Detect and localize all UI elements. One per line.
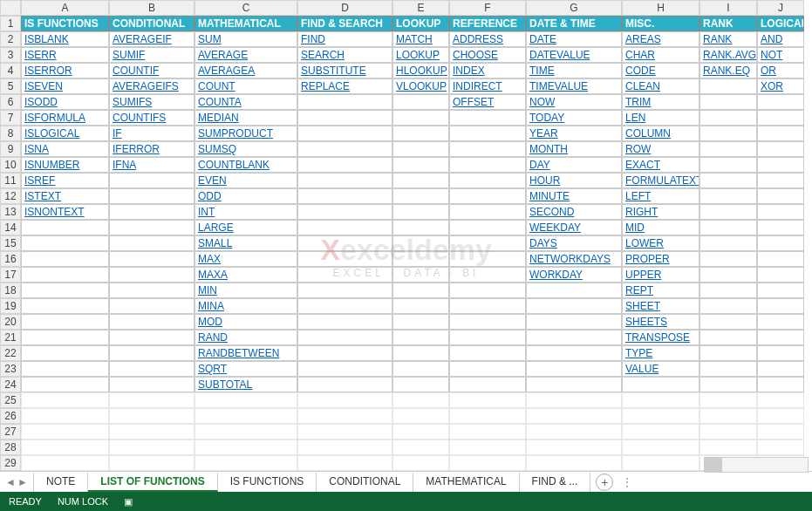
function-link[interactable]: CHOOSE xyxy=(453,49,498,61)
function-link[interactable]: IFNA xyxy=(113,159,136,171)
function-link[interactable]: TYPE xyxy=(625,347,652,359)
cell[interactable]: SQRT xyxy=(194,361,297,377)
cell[interactable] xyxy=(757,94,804,110)
cell[interactable] xyxy=(449,141,526,157)
cell[interactable] xyxy=(21,361,109,377)
cell[interactable]: SUMPRODUCT xyxy=(194,126,297,141)
cell[interactable]: AVERAGEIFS xyxy=(109,78,194,94)
cell[interactable] xyxy=(297,298,392,314)
cell[interactable] xyxy=(757,345,804,361)
function-link[interactable]: RANDBETWEEN xyxy=(198,347,279,359)
column-header[interactable]: E xyxy=(392,0,449,16)
cell[interactable] xyxy=(757,220,804,235)
cell[interactable] xyxy=(757,283,804,298)
cell[interactable]: VLOOKUP xyxy=(392,78,449,94)
cell[interactable] xyxy=(449,455,526,471)
select-all-cell[interactable] xyxy=(0,0,21,16)
function-link[interactable]: CHAR xyxy=(625,49,655,61)
spreadsheet-grid[interactable]: ABCDEFGHIJ1IS FUNCTIONSCONDITIONALMATHEM… xyxy=(0,0,812,471)
function-link[interactable]: DAY xyxy=(529,159,550,171)
cell[interactable] xyxy=(21,455,109,471)
function-link[interactable]: DATE xyxy=(529,33,556,45)
function-link[interactable]: OR xyxy=(761,65,776,77)
table-header-cell[interactable]: CONDITIONAL xyxy=(109,16,194,31)
function-link[interactable]: LOOKUP xyxy=(396,49,440,61)
function-link[interactable]: REPLACE xyxy=(301,80,350,92)
function-link[interactable]: ROW xyxy=(625,143,651,155)
cell[interactable] xyxy=(449,345,526,361)
cell[interactable]: IF xyxy=(109,126,194,141)
cell[interactable]: MAXA xyxy=(194,267,297,283)
sheet-tab[interactable]: IS FUNCTIONS xyxy=(218,473,317,492)
cell[interactable] xyxy=(757,141,804,157)
cell[interactable]: ISERR xyxy=(21,47,109,63)
cell[interactable]: AVERAGE xyxy=(194,47,297,63)
row-header[interactable]: 24 xyxy=(0,377,21,392)
function-link[interactable]: REPT xyxy=(625,284,653,296)
cell[interactable] xyxy=(757,361,804,377)
cell[interactable]: INT xyxy=(194,204,297,220)
cell[interactable]: REPT xyxy=(622,283,699,298)
row-header[interactable]: 1 xyxy=(0,16,21,31)
cell[interactable]: RANDBETWEEN xyxy=(194,345,297,361)
cell[interactable]: COUNT xyxy=(194,78,297,94)
cell[interactable]: DAYS xyxy=(526,235,622,251)
cell[interactable]: COUNTA xyxy=(194,94,297,110)
cell[interactable] xyxy=(699,173,757,188)
function-link[interactable]: UPPER xyxy=(625,269,661,281)
cell[interactable] xyxy=(297,157,392,173)
cell[interactable] xyxy=(699,283,757,298)
cell[interactable] xyxy=(297,377,392,392)
function-link[interactable]: AND xyxy=(761,33,782,45)
cell[interactable] xyxy=(526,330,622,345)
cell[interactable]: ISTEXT xyxy=(21,188,109,204)
cell[interactable] xyxy=(526,392,622,408)
cell[interactable]: LEN xyxy=(622,110,699,126)
function-link[interactable]: ISREF xyxy=(24,174,55,187)
cell[interactable] xyxy=(757,126,804,141)
cell[interactable] xyxy=(109,392,194,408)
cell[interactable]: MOD xyxy=(194,314,297,330)
function-link[interactable]: ISLOGICAL xyxy=(24,127,79,140)
sheet-tab[interactable]: LIST OF FUNCTIONS xyxy=(88,473,217,492)
function-link[interactable]: WORKDAY xyxy=(529,269,583,281)
cell[interactable] xyxy=(109,439,194,455)
table-header-cell[interactable]: DATE & TIME xyxy=(526,16,622,31)
cell[interactable] xyxy=(297,251,392,267)
cell[interactable] xyxy=(21,283,109,298)
function-link[interactable]: COUNTBLANK xyxy=(198,159,270,171)
function-link[interactable]: SUMSQ xyxy=(198,143,236,155)
function-link[interactable]: INDIRECT xyxy=(453,80,502,92)
row-header[interactable]: 4 xyxy=(0,63,21,78)
function-link[interactable]: LEN xyxy=(625,112,645,124)
cell[interactable] xyxy=(449,377,526,392)
cell[interactable] xyxy=(526,408,622,424)
cell[interactable]: EXACT xyxy=(622,157,699,173)
function-link[interactable]: COUNTA xyxy=(198,96,242,108)
function-link[interactable]: ISEVEN xyxy=(24,80,63,92)
function-link[interactable]: SMALL xyxy=(198,237,232,249)
row-header[interactable]: 22 xyxy=(0,345,21,361)
function-link[interactable]: IF xyxy=(113,127,122,140)
cell[interactable]: RIGHT xyxy=(622,204,699,220)
cell[interactable]: FIND xyxy=(297,31,392,47)
cell[interactable] xyxy=(109,220,194,235)
cell[interactable] xyxy=(21,220,109,235)
cell[interactable]: INDIRECT xyxy=(449,78,526,94)
function-link[interactable]: TIME xyxy=(529,65,555,77)
cell[interactable] xyxy=(449,235,526,251)
cell[interactable] xyxy=(297,439,392,455)
sheet-tab[interactable]: CONDITIONAL xyxy=(317,473,413,492)
cell[interactable]: SUBSTITUTE xyxy=(297,63,392,78)
function-link[interactable]: COUNTIF xyxy=(113,65,159,77)
cell[interactable]: COUNTIF xyxy=(109,63,194,78)
function-link[interactable]: WEEKDAY xyxy=(529,221,581,234)
table-header-cell[interactable]: RANK xyxy=(699,16,757,31)
cell[interactable] xyxy=(449,204,526,220)
cell[interactable]: CLEAN xyxy=(622,78,699,94)
cell[interactable] xyxy=(392,204,449,220)
cell[interactable] xyxy=(297,188,392,204)
cell[interactable] xyxy=(109,455,194,471)
cell[interactable]: TODAY xyxy=(526,110,622,126)
cell[interactable] xyxy=(449,173,526,188)
